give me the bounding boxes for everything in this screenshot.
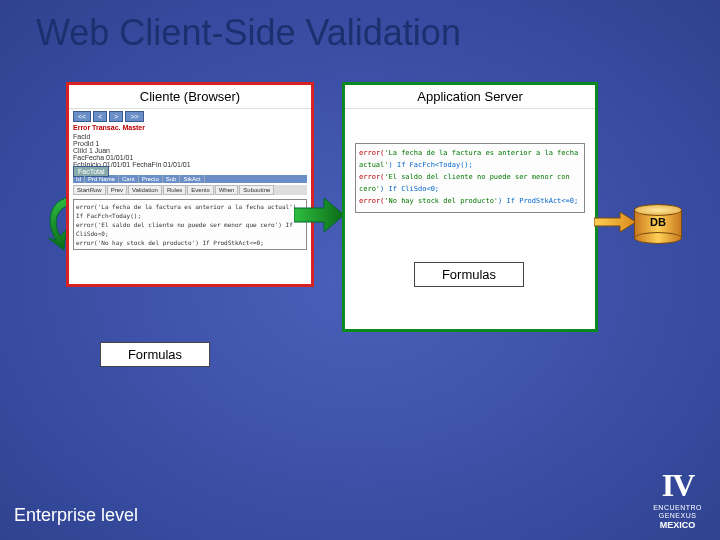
application-server-box: Application Server error('La fecha de la…	[342, 82, 598, 332]
slide-title: Web Client-Side Validation	[0, 0, 720, 54]
logo-line2: GENEXUS	[653, 512, 702, 520]
form-field: CliId 1 Juan	[73, 147, 307, 154]
server-mock-ui: error('La fecha de la factura es anterio…	[345, 109, 595, 219]
form-field: FacFecha 01/01/01	[73, 154, 307, 161]
client-browser-box: Cliente (Browser) << < > >> Error Transa…	[66, 82, 314, 287]
arrow-to-db-icon	[594, 212, 636, 232]
form-field: FacId	[73, 133, 307, 140]
code-line: error('La fecha de la factura es anterio…	[359, 147, 581, 171]
db-label: DB	[634, 216, 682, 228]
nav-last-button: >>	[125, 111, 143, 122]
code-line: error('El saldo del cliente no puede ser…	[359, 171, 581, 195]
server-formulas-label: Formulas	[414, 262, 524, 287]
server-box-label: Application Server	[345, 85, 595, 109]
client-code-area: error('La fecha de la factura es anterio…	[73, 199, 307, 250]
client-formulas-label: Formulas	[100, 342, 210, 367]
client-box-label: Cliente (Browser)	[69, 85, 311, 109]
server-code-area: error('La fecha de la factura es anterio…	[355, 143, 585, 213]
nav-prev-button: <	[93, 111, 107, 122]
database-icon: DB	[634, 204, 682, 244]
section-tabs: StartRowPrevValidationRulesEventsWhenSub…	[73, 185, 307, 195]
form-title: Error Transac. Master	[73, 124, 307, 131]
event-logo: IV ENCUENTRO GENEXUS MEXICO	[653, 467, 702, 530]
client-mock-ui: << < > >> Error Transac. Master FacId Pr…	[69, 109, 311, 252]
logo-line1: ENCUENTRO	[653, 504, 702, 512]
arrow-to-server-icon	[294, 198, 344, 232]
logo-line3: MEXICO	[653, 520, 702, 530]
code-line: error('No hay stock del producto') If Pr…	[359, 195, 581, 207]
grid-header: IdPrd NameCantPrecioSubStkAct	[73, 175, 307, 183]
form-field: ProdId 1	[73, 140, 307, 147]
code-line: error('No hay stock del producto') If Pr…	[76, 238, 304, 247]
footer-text: Enterprise level	[14, 505, 138, 526]
code-line: error('El saldo del cliente no puede ser…	[76, 220, 304, 238]
code-line: error('La fecha de la factura es anterio…	[76, 202, 304, 220]
logo-roman-numeral: IV	[653, 467, 702, 504]
nav-next-button: >	[109, 111, 123, 122]
nav-first-button: <<	[73, 111, 91, 122]
